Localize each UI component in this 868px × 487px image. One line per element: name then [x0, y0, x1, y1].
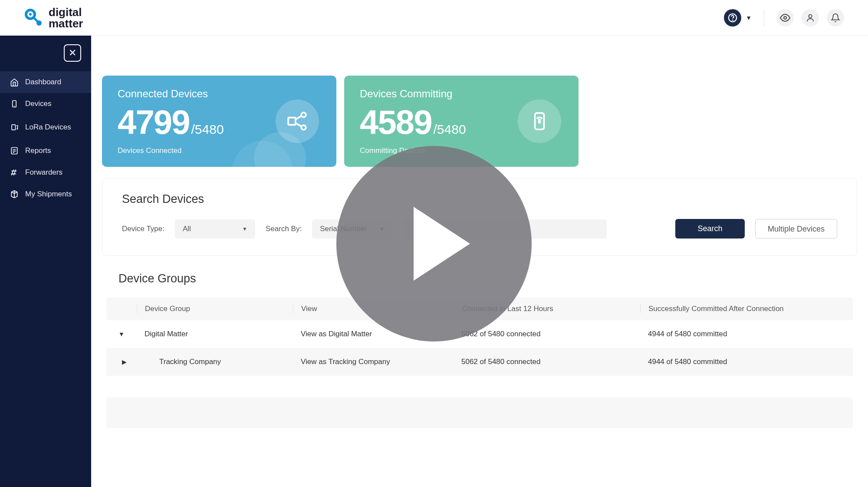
svg-line-2 [33, 17, 38, 22]
logo-text-line1: digital [49, 7, 83, 18]
visibility-icon[interactable] [776, 9, 794, 27]
forward-icon [10, 168, 19, 177]
connected-devices-card[interactable]: Connected Devices 4799 /5480 Devices Con… [102, 76, 336, 167]
chevron-down-icon: ▼ [242, 226, 247, 232]
row-group-name: Digital Matter [137, 330, 293, 338]
sidebar-item-label: LoRa Devices [25, 123, 71, 132]
sidebar-item-forwarders[interactable]: Forwarders [0, 162, 91, 183]
stat-title: Connected Devices [118, 88, 321, 100]
stat-total: /5480 [191, 122, 224, 137]
sidebar-item-reports[interactable]: Reports [0, 140, 91, 162]
stat-cards: Connected Devices 4799 /5480 Devices Con… [102, 76, 857, 167]
svg-point-21 [539, 121, 540, 123]
row-group-name: Tracking Company [137, 358, 293, 366]
logo-text-line2: matter [49, 18, 83, 29]
sidebar-item-label: Devices [25, 99, 51, 108]
logo[interactable]: digital matter [24, 7, 83, 29]
logo-text: digital matter [49, 7, 83, 29]
row-connected: 5062 of 5480 connected [454, 358, 640, 366]
row-view-link[interactable]: View as Tracking Company [293, 358, 454, 366]
th-committed: Successfully Committed After Connection [640, 305, 853, 313]
video-play-button[interactable] [336, 146, 532, 341]
table-footer-spacer [106, 398, 853, 428]
svg-rect-15 [288, 118, 296, 125]
search-button[interactable]: Search [675, 219, 745, 239]
help-button[interactable] [724, 9, 741, 27]
home-icon [10, 77, 19, 87]
sidebar-item-shipments[interactable]: My Shipments [0, 183, 91, 205]
multiple-devices-button[interactable]: Multiple Devices [755, 219, 837, 239]
sidebar-item-devices[interactable]: Devices [0, 93, 91, 115]
lora-icon [10, 123, 19, 132]
svg-point-7 [809, 14, 812, 17]
stat-subtitle: Devices Connected [118, 146, 321, 155]
device-wifi-icon [518, 99, 561, 143]
device-type-label: Device Type: [122, 225, 164, 233]
device-icon [10, 99, 19, 109]
network-icon [276, 99, 319, 143]
user-icon[interactable] [802, 9, 819, 27]
sidebar: ✕ Dashboard Devices LoRa Devices Reports… [0, 36, 91, 487]
svg-point-6 [784, 17, 786, 19]
header-actions: ▼ [724, 9, 844, 27]
logo-icon [24, 8, 43, 27]
svg-point-3 [36, 20, 42, 26]
stat-total: /5480 [434, 122, 466, 137]
help-dropdown-caret[interactable]: ▼ [746, 14, 752, 21]
expand-toggle[interactable]: ▶ [106, 358, 137, 365]
stat-title: Devices Committing [360, 88, 563, 100]
stat-value: 4589 [360, 103, 432, 142]
report-icon [10, 146, 19, 156]
sidebar-item-label: My Shipments [25, 190, 72, 199]
device-type-select[interactable]: All ▼ [175, 219, 255, 239]
expand-toggle[interactable]: ▼ [106, 331, 137, 338]
play-icon [414, 207, 470, 281]
row-committed: 4944 of 5480 committed [640, 358, 853, 366]
th-expand [106, 305, 137, 313]
svg-rect-10 [12, 125, 15, 130]
sidebar-item-label: Reports [25, 146, 51, 155]
select-value: All [183, 225, 191, 233]
close-icon: ✕ [69, 47, 76, 59]
svg-line-19 [296, 123, 302, 126]
sidebar-item-lora[interactable]: LoRa Devices [0, 115, 91, 140]
header: digital matter ▼ [0, 0, 868, 36]
divider [764, 9, 764, 27]
shipment-icon [10, 189, 19, 199]
svg-line-18 [296, 116, 302, 119]
row-connected: 5062 of 5480 connected [454, 330, 640, 338]
sidebar-item-label: Dashboard [25, 78, 61, 86]
search-by-label: Search By: [266, 225, 302, 233]
sidebar-close-button[interactable]: ✕ [64, 44, 81, 62]
bell-icon[interactable] [827, 9, 844, 27]
sidebar-item-dashboard[interactable]: Dashboard [0, 71, 91, 93]
sidebar-item-label: Forwarders [25, 168, 62, 177]
stat-value: 4799 [118, 103, 190, 142]
table-row[interactable]: ▶ Tracking Company View as Tracking Comp… [106, 348, 853, 376]
svg-point-5 [733, 20, 733, 20]
svg-point-1 [29, 13, 32, 16]
row-committed: 4944 of 5480 committed [640, 330, 853, 338]
th-group: Device Group [137, 305, 293, 313]
